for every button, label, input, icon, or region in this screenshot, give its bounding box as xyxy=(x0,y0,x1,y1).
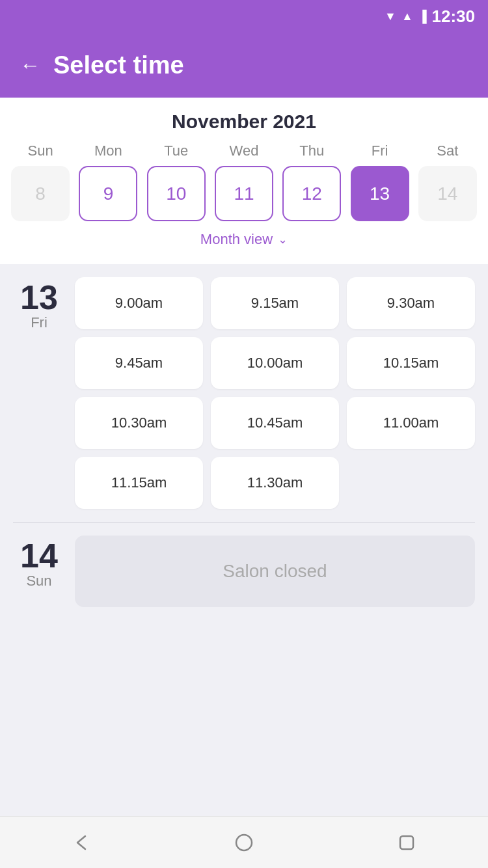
back-button[interactable]: ← xyxy=(20,53,40,77)
day-14-label: 14 Sun xyxy=(13,536,65,607)
header: ← Select time xyxy=(0,33,488,98)
time-slot-930am[interactable]: 9.30am xyxy=(347,277,475,329)
day-13-time-grid: 9.00am 9.15am 9.30am 9.45am 10.00am 10.1… xyxy=(75,277,475,509)
time-slot-915am[interactable]: 9.15am xyxy=(211,277,339,329)
time-section: 13 Fri 9.00am 9.15am 9.30am 9.45am 10.00… xyxy=(0,264,488,633)
salon-closed-box: Salon closed xyxy=(75,536,475,607)
back-nav-icon xyxy=(70,831,93,854)
day-header-mon: Mon xyxy=(79,142,137,159)
nav-home-button[interactable] xyxy=(228,826,260,859)
time-slot-945am[interactable]: 9.45am xyxy=(75,337,203,389)
day-13-num: 13 xyxy=(20,280,58,314)
month-view-toggle[interactable]: Month view ⌄ xyxy=(0,231,488,251)
day-header-sat: Sat xyxy=(418,142,477,159)
day-cell-14: 14 xyxy=(418,166,477,221)
day-13-label: 13 Fri xyxy=(13,277,65,509)
time-slot-1045am[interactable]: 10.45am xyxy=(211,397,339,449)
calendar-section: November 2021 Sun Mon Tue Wed Thu Fri Sa… xyxy=(0,98,488,264)
day-14-name: Sun xyxy=(26,573,51,590)
time-slot-1015am[interactable]: 10.15am xyxy=(347,337,475,389)
day-13-row: 13 Fri 9.00am 9.15am 9.30am 9.45am 10.00… xyxy=(13,277,475,509)
day-13-name: Fri xyxy=(31,314,47,331)
bottom-nav xyxy=(0,816,488,868)
section-divider xyxy=(13,522,475,522)
day-cell-11[interactable]: 11 xyxy=(215,166,273,221)
page-title: Select time xyxy=(53,51,184,79)
day-header-wed: Wed xyxy=(215,142,273,159)
day-headers: Sun Mon Tue Wed Thu Fri Sat xyxy=(0,142,488,159)
day-header-tue: Tue xyxy=(147,142,206,159)
time-slot-1000am[interactable]: 10.00am xyxy=(211,337,339,389)
recents-nav-icon xyxy=(395,831,418,854)
svg-point-0 xyxy=(236,835,252,850)
day-14-num: 14 xyxy=(20,539,58,573)
chevron-down-icon: ⌄ xyxy=(278,232,288,247)
status-icons: ▼ ▲ ▐ 12:30 xyxy=(385,7,475,27)
time-slot-1130am[interactable]: 11.30am xyxy=(211,457,339,509)
day-cell-9[interactable]: 9 xyxy=(79,166,137,221)
battery-icon: ▐ xyxy=(418,10,427,23)
day-cell-13[interactable]: 13 xyxy=(351,166,409,221)
day-cell-10[interactable]: 10 xyxy=(147,166,206,221)
time-slot-1115am[interactable]: 11.15am xyxy=(75,457,203,509)
status-time: 12:30 xyxy=(432,7,476,27)
month-year-label: November 2021 xyxy=(0,111,488,133)
day-header-sun: Sun xyxy=(11,142,70,159)
month-view-label: Month view xyxy=(200,231,273,248)
day-header-fri: Fri xyxy=(351,142,409,159)
home-nav-icon xyxy=(232,831,256,854)
time-slot-900am[interactable]: 9.00am xyxy=(75,277,203,329)
nav-recents-button[interactable] xyxy=(390,826,423,859)
salon-closed-label: Salon closed xyxy=(223,561,327,582)
wifi-icon: ▼ xyxy=(385,10,396,23)
status-bar: ▼ ▲ ▐ 12:30 xyxy=(0,0,488,33)
nav-back-button[interactable] xyxy=(65,826,98,859)
time-slot-1100am[interactable]: 11.00am xyxy=(347,397,475,449)
day-cell-8: 8 xyxy=(11,166,70,221)
day-cells: 8 9 10 11 12 13 14 xyxy=(0,166,488,221)
day-cell-12[interactable]: 12 xyxy=(282,166,341,221)
day-header-thu: Thu xyxy=(282,142,341,159)
svg-rect-1 xyxy=(400,836,413,849)
signal-icon: ▲ xyxy=(401,10,413,23)
day-14-row: 14 Sun Salon closed xyxy=(13,536,475,607)
time-slot-1030am[interactable]: 10.30am xyxy=(75,397,203,449)
